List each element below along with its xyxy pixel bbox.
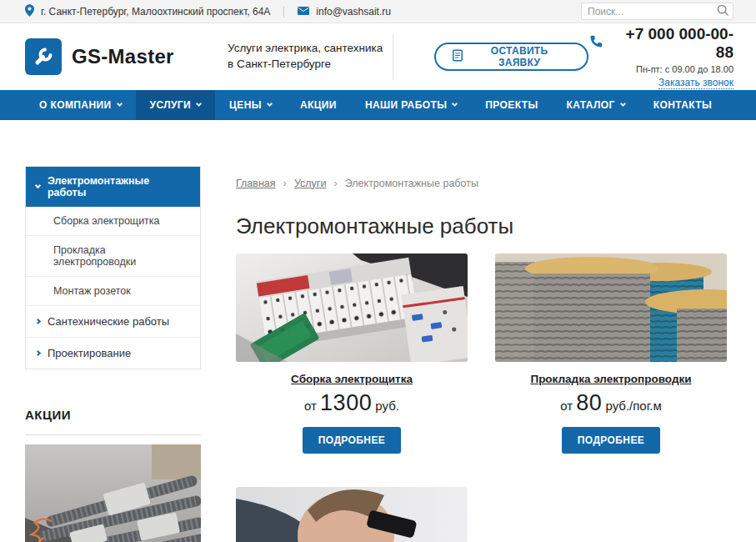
breadcrumb: Главная › Услуги › Электромонтажные рабо… [236,166,733,189]
search-icon[interactable] [717,4,729,19]
callback-link[interactable]: Заказать звонок [658,77,733,89]
pin-icon [25,4,34,19]
nav-item-services[interactable]: УСЛУГИ [136,90,216,120]
nav-item-contacts[interactable]: КОНТАКТЫ [639,90,726,120]
wrench-icon [25,38,62,75]
chevron-right-icon [35,319,41,324]
address-text: г. Санкт-Петербург, Малоохтинский проспе… [41,6,270,18]
sidebar-subitem-wiring[interactable]: Прокладка электропроводки [26,236,200,277]
sidebar: Электромонтажные работы Сборка электрощи… [25,166,201,542]
chevron-down-icon [452,101,458,107]
breadcrumb-home[interactable]: Главная [236,178,276,189]
header: GS-Master Услуги электрика, сантехника в… [0,23,756,90]
request-button[interactable]: ОСТАВИТЬ ЗАЯВКУ [434,43,588,71]
promo-section: АКЦИИ [25,408,201,542]
service-card-wiring: Прокладка электропроводки от 80 руб./пог… [495,253,727,454]
header-divider [393,33,393,80]
chevron-down-icon [620,101,626,107]
nav-item-prices[interactable]: ЦЕНЫ [215,90,286,120]
nav-item-projects[interactable]: ПРОЕКТЫ [471,90,552,120]
details-button[interactable]: ПОДРОБНЕЕ [562,427,660,454]
breadcrumb-services[interactable]: Услуги [294,178,326,189]
service-cards: Сборка электрощитка от 1300 руб. ПОДРОБН… [236,253,733,542]
service-card-panel-assembly: Сборка электрощитка от 1300 руб. ПОДРОБН… [236,253,468,454]
sidebar-item-design[interactable]: Проектирование [26,338,200,369]
promo-heading: АКЦИИ [25,408,201,422]
chevron-down-icon [196,101,202,107]
promo-divider [25,434,201,435]
breadcrumb-separator: › [283,177,287,189]
topbar: г. Санкт-Петербург, Малоохтинский проспе… [0,0,756,23]
logo[interactable]: GS-Master [25,38,228,75]
card-image-panel-assembly[interactable] [236,253,468,362]
search-box[interactable] [581,3,733,20]
work-hours: Пн-пт: с 09.00 до 18.00 [588,64,733,74]
content: Электромонтажные работы Сборка электрощи… [0,166,756,542]
card-price: от 80 руб./пог.м [495,390,727,416]
chevron-down-icon [267,101,273,107]
sidebar-subitem-sockets[interactable]: Монтаж розеток [26,277,200,306]
sidebar-item-electrical[interactable]: Электромонтажные работы [26,167,200,207]
chevron-down-icon [116,101,122,107]
site-tagline: Услуги электрика, сантехника в Санкт-Пет… [228,41,393,73]
price-value: 80 [576,390,602,415]
phone-number[interactable]: +7 000 000-00-88 [610,25,733,62]
card-title-link[interactable]: Прокладка электропроводки [495,373,727,385]
nav-item-catalog[interactable]: КАТАЛОГ [553,90,639,120]
card-image-electrician[interactable] [236,487,468,542]
page-title: Электромонтажные работы [236,213,733,239]
card-image-wiring[interactable] [495,253,727,362]
chevron-right-icon [35,350,41,356]
phone-icon [588,34,603,53]
main-nav: О КОМПАНИИ УСЛУГИ ЦЕНЫ АКЦИИ НАШИ РАБОТЫ… [0,90,756,120]
nav-item-promos[interactable]: АКЦИИ [286,90,351,120]
breadcrumb-current: Электромонтажные работы [345,178,478,189]
logo-text: GS-Master [72,45,174,68]
topbar-contacts: г. Санкт-Петербург, Малоохтинский проспе… [25,4,391,19]
nav-item-works[interactable]: НАШИ РАБОТЫ [351,90,471,120]
search-input[interactable] [588,6,717,18]
sidebar-menu: Электромонтажные работы Сборка электрощи… [25,166,201,369]
details-button[interactable]: ПОДРОБНЕЕ [303,427,401,454]
chevron-down-icon [35,183,41,188]
promo-image[interactable] [25,444,201,542]
nav-item-about[interactable]: О КОМПАНИИ [25,90,136,120]
card-title-link[interactable]: Сборка электрощитка [236,373,468,385]
sidebar-subitem-panel-assembly[interactable]: Сборка электрощитка [26,207,200,236]
breadcrumb-separator: › [333,177,337,189]
phone-block: +7 000 000-00-88 Пн-пт: с 09.00 до 18.00… [588,25,733,89]
topbar-divider [283,6,284,18]
email-link[interactable]: info@vashsait.ru [316,6,391,18]
sidebar-item-plumbing[interactable]: Сантехнические работы [26,306,200,338]
envelope-icon [298,6,309,18]
card-price: от 1300 руб. [236,390,468,416]
service-card-partial [236,487,468,542]
price-value: 1300 [320,390,372,415]
main-area: Главная › Услуги › Электромонтажные рабо… [201,166,733,542]
document-icon [453,49,463,64]
